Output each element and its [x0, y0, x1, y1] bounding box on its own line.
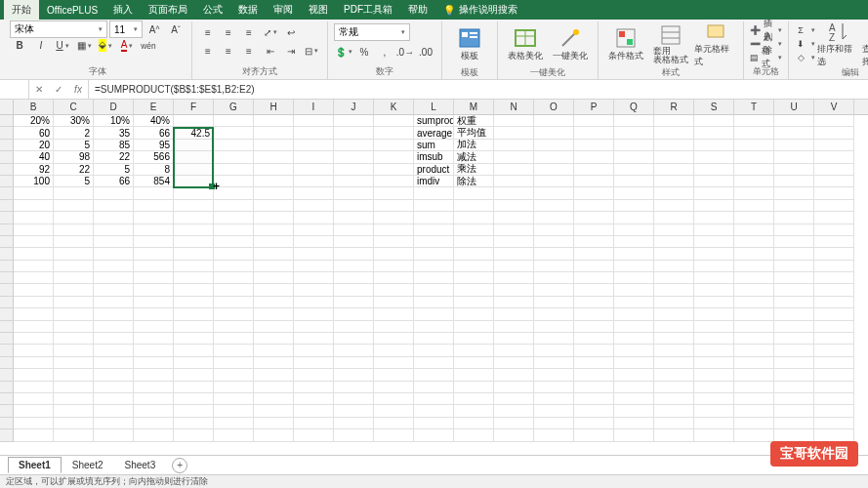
cell[interactable] [294, 248, 334, 260]
cell[interactable] [134, 405, 174, 417]
decrease-indent-button[interactable]: ⇤ [261, 42, 280, 60]
cell[interactable] [574, 393, 614, 405]
cell[interactable] [254, 200, 294, 212]
cell[interactable] [254, 284, 294, 296]
cell[interactable] [294, 429, 334, 441]
cell[interactable] [534, 297, 574, 308]
cell[interactable] [174, 357, 214, 369]
col-header[interactable]: H [254, 100, 294, 114]
cell[interactable] [294, 261, 334, 272]
cell[interactable] [574, 333, 614, 345]
col-header[interactable]: S [694, 100, 734, 114]
cell[interactable]: 35 [94, 127, 134, 139]
cell[interactable] [94, 284, 134, 296]
cell[interactable] [494, 297, 534, 308]
cell[interactable] [294, 187, 334, 199]
cell[interactable] [694, 405, 734, 417]
cell[interactable] [654, 369, 694, 381]
cell[interactable] [334, 405, 374, 417]
cell[interactable] [814, 224, 854, 236]
cell[interactable] [774, 382, 814, 393]
cell[interactable] [294, 272, 334, 284]
cell[interactable] [574, 284, 614, 296]
cell[interactable] [174, 429, 214, 441]
cell[interactable] [654, 357, 694, 369]
cell[interactable] [454, 308, 494, 320]
cell[interactable] [174, 187, 214, 199]
cell[interactable] [574, 187, 614, 199]
cell[interactable] [334, 115, 374, 127]
cell[interactable] [694, 261, 734, 272]
col-header[interactable]: Q [614, 100, 654, 114]
cell[interactable] [54, 224, 94, 236]
cell[interactable] [374, 151, 414, 163]
cell[interactable] [734, 405, 774, 417]
cell[interactable] [654, 382, 694, 393]
cell[interactable]: 22 [94, 151, 134, 163]
cell[interactable] [734, 224, 774, 236]
cell[interactable] [494, 272, 534, 284]
cell[interactable] [134, 297, 174, 308]
cell[interactable] [534, 224, 574, 236]
cell[interactable] [694, 187, 734, 199]
cell[interactable] [774, 405, 814, 417]
cell[interactable] [374, 272, 414, 284]
cell[interactable] [254, 115, 294, 127]
cell[interactable] [174, 151, 214, 163]
cell[interactable] [654, 164, 694, 176]
cell[interactable]: 乘法 [454, 164, 494, 176]
enter-formula-button[interactable]: ✓ [49, 80, 68, 99]
decrease-decimal-button[interactable]: .00 [416, 43, 435, 61]
cell[interactable] [374, 248, 414, 260]
cell[interactable] [774, 224, 814, 236]
cell[interactable] [814, 127, 854, 139]
cell[interactable] [54, 200, 94, 212]
cell[interactable] [414, 345, 454, 356]
cell[interactable] [214, 357, 254, 369]
menu-tab-data[interactable]: 数据 [230, 0, 266, 20]
cell[interactable]: sum [414, 140, 454, 151]
cell[interactable] [14, 321, 54, 333]
cell[interactable] [374, 140, 414, 151]
cell[interactable] [734, 369, 774, 381]
cell[interactable] [214, 164, 254, 176]
find-select-button[interactable]: 查找和选择 [862, 23, 868, 66]
cell[interactable] [574, 297, 614, 308]
cell[interactable] [94, 272, 134, 284]
tell-me-search[interactable]: 💡 操作说明搜索 [443, 3, 517, 17]
cell[interactable]: 30% [54, 115, 94, 127]
cell[interactable] [254, 357, 294, 369]
cell[interactable] [454, 429, 494, 441]
cell[interactable] [334, 176, 374, 187]
cell[interactable] [294, 308, 334, 320]
cell[interactable] [774, 308, 814, 320]
table-beautify-button[interactable]: 表格美化 [504, 23, 547, 66]
cell[interactable] [374, 405, 414, 417]
cell[interactable] [254, 369, 294, 381]
cell[interactable] [374, 200, 414, 212]
col-header[interactable]: F [174, 100, 214, 114]
format-cells-button[interactable]: ▤格式▾ [750, 51, 782, 64]
cell[interactable] [414, 369, 454, 381]
cell[interactable] [374, 212, 414, 224]
cell[interactable] [534, 345, 574, 356]
cell[interactable] [454, 382, 494, 393]
cell[interactable] [254, 393, 294, 405]
cell[interactable] [494, 248, 534, 260]
cell[interactable] [414, 321, 454, 333]
cell[interactable] [734, 236, 774, 248]
cell[interactable] [734, 429, 774, 441]
cell[interactable] [374, 164, 414, 176]
cell[interactable] [734, 140, 774, 151]
cell[interactable] [614, 357, 654, 369]
cell[interactable] [534, 393, 574, 405]
sort-filter-button[interactable]: AZ 排序和筛选 [817, 23, 860, 66]
cell[interactable] [494, 151, 534, 163]
col-header[interactable]: M [454, 100, 494, 114]
cell[interactable] [694, 200, 734, 212]
cell[interactable] [694, 115, 734, 127]
cell[interactable] [334, 382, 374, 393]
cell[interactable] [254, 272, 294, 284]
cell[interactable] [174, 212, 214, 224]
cell[interactable] [54, 212, 94, 224]
